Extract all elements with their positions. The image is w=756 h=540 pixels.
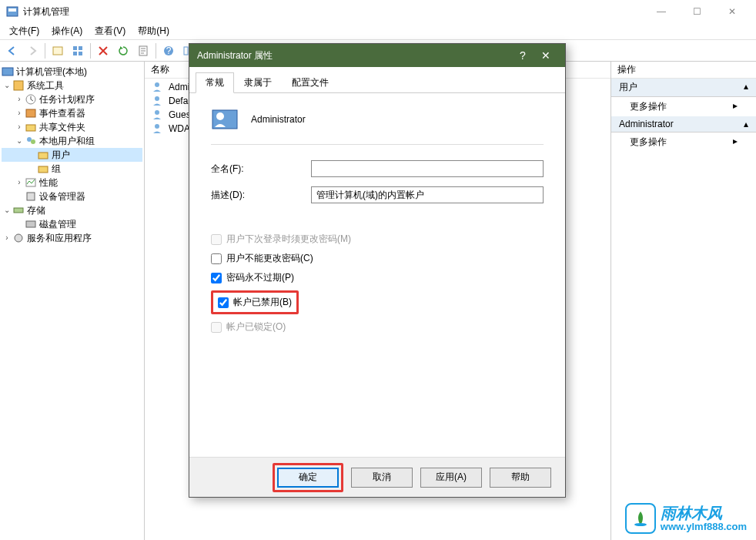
check-cannot-change[interactable]: 用户不能更改密码(C) bbox=[211, 252, 544, 265]
user-avatar-icon bbox=[211, 106, 239, 133]
watermark-text: 雨林木风 bbox=[661, 505, 747, 521]
svg-rect-23 bbox=[14, 208, 23, 213]
checkbox-must-change bbox=[211, 234, 222, 245]
tree-label: 共享文件夹 bbox=[39, 120, 85, 134]
chevron-right-icon: ▸ bbox=[733, 136, 738, 149]
refresh-icon[interactable] bbox=[114, 42, 132, 60]
maximize-button[interactable]: ☐ bbox=[679, 0, 714, 23]
svg-rect-10 bbox=[184, 47, 188, 55]
tree-services[interactable]: ›服务和应用程序 bbox=[2, 231, 142, 245]
cancel-button[interactable]: 取消 bbox=[351, 468, 413, 488]
menu-help[interactable]: 帮助(H) bbox=[132, 23, 176, 39]
dialog-close-button[interactable]: ✕ bbox=[534, 49, 557, 62]
action-pane: 操作 用户▴ 更多操作▸ Administrator▴ 更多操作▸ bbox=[611, 62, 756, 540]
tree-label: 事件查看器 bbox=[39, 106, 85, 120]
forward-button[interactable] bbox=[23, 42, 42, 60]
description-label: 描述(D): bbox=[211, 189, 311, 202]
tree-task-scheduler[interactable]: ›任务计划程序 bbox=[2, 92, 142, 106]
tree-root[interactable]: 计算机管理(本地) bbox=[2, 65, 142, 79]
svg-rect-5 bbox=[73, 52, 77, 55]
svg-rect-12 bbox=[2, 68, 13, 75]
tree-performance[interactable]: ›性能 bbox=[2, 176, 142, 190]
user-icon bbox=[151, 122, 163, 135]
folder-icon bbox=[37, 163, 49, 175]
svg-rect-4 bbox=[79, 46, 82, 50]
close-button[interactable]: ✕ bbox=[714, 0, 750, 23]
svg-point-28 bbox=[155, 110, 159, 115]
delete-icon[interactable] bbox=[94, 42, 112, 60]
expand-icon[interactable]: › bbox=[14, 92, 25, 106]
menu-view[interactable]: 查看(V) bbox=[89, 23, 132, 39]
action-header: 操作 bbox=[611, 62, 756, 79]
expand-icon[interactable]: › bbox=[14, 176, 25, 190]
user-icon bbox=[151, 109, 163, 121]
collapse-icon[interactable]: ⌄ bbox=[2, 79, 12, 92]
menu-action[interactable]: 操作(A) bbox=[45, 23, 89, 39]
svg-rect-24 bbox=[26, 221, 35, 227]
storage-icon bbox=[12, 204, 25, 216]
export-icon[interactable] bbox=[134, 42, 152, 60]
tree-pane: 计算机管理(本地) ⌄系统工具 ›任务计划程序 ›事件查看器 ›共享文件夹 ⌄本… bbox=[0, 62, 145, 540]
tree-users[interactable]: 用户 bbox=[2, 148, 142, 162]
tree-local-users[interactable]: ⌄本地用户和组 bbox=[2, 134, 142, 148]
tree-groups[interactable]: 组 bbox=[2, 162, 142, 176]
tree-event-viewer[interactable]: ›事件查看器 bbox=[2, 106, 142, 120]
expand-icon[interactable]: › bbox=[2, 231, 12, 245]
device-icon bbox=[25, 190, 37, 203]
tree-label: 磁盘管理 bbox=[39, 217, 76, 231]
event-icon bbox=[25, 107, 37, 119]
check-account-disabled[interactable]: 帐户已禁用(B) bbox=[218, 296, 292, 309]
back-button[interactable] bbox=[3, 42, 22, 60]
help-icon[interactable]: ? bbox=[159, 42, 178, 60]
expand-icon[interactable]: › bbox=[14, 120, 25, 134]
action-more-admin[interactable]: 更多操作▸ bbox=[611, 132, 756, 152]
svg-point-29 bbox=[155, 124, 159, 129]
dialog-tabs: 常规 隶属于 配置文件 bbox=[189, 67, 565, 93]
dialog-button-bar: 确定 取消 应用(A) 帮助 bbox=[189, 457, 565, 497]
tab-general[interactable]: 常规 bbox=[196, 72, 234, 93]
tree-shared-folders[interactable]: ›共享文件夹 bbox=[2, 120, 142, 134]
action-section-users[interactable]: 用户▴ bbox=[611, 79, 756, 97]
collapse-icon[interactable]: ⌄ bbox=[2, 203, 12, 217]
checkbox-cannot-change[interactable] bbox=[211, 253, 222, 264]
tab-memberof[interactable]: 隶属于 bbox=[234, 72, 282, 93]
svg-rect-2 bbox=[53, 47, 62, 55]
fullname-input[interactable] bbox=[311, 160, 544, 177]
tree-storage[interactable]: ⌄存储 bbox=[2, 203, 142, 217]
user-icon bbox=[151, 81, 163, 93]
tree-disk-mgmt[interactable]: 磁盘管理 bbox=[2, 217, 142, 231]
action-section-admin[interactable]: Administrator▴ bbox=[611, 116, 756, 132]
apply-button[interactable]: 应用(A) bbox=[420, 468, 482, 488]
expand-icon[interactable]: › bbox=[14, 106, 25, 120]
tree-system-tools[interactable]: ⌄系统工具 bbox=[2, 79, 142, 92]
svg-point-31 bbox=[216, 112, 224, 120]
help-button[interactable]: 帮助 bbox=[490, 468, 551, 488]
disk-icon bbox=[25, 218, 37, 230]
tree-device-manager[interactable]: 设备管理器 bbox=[2, 190, 142, 203]
dialog-body: Administrator 全名(F): 描述(D): 用户下次登录时须更改密码… bbox=[189, 93, 565, 457]
check-locked: 帐户已锁定(O) bbox=[211, 320, 544, 334]
chevron-right-icon: ▸ bbox=[733, 100, 738, 113]
description-input[interactable] bbox=[311, 186, 544, 203]
svg-rect-3 bbox=[73, 46, 77, 50]
dialog-titlebar[interactable]: Administrator 属性 ? ✕ bbox=[189, 44, 565, 67]
action-more-users[interactable]: 更多操作▸ bbox=[611, 97, 756, 116]
menu-file[interactable]: 文件(F) bbox=[3, 23, 45, 39]
clock-icon bbox=[25, 93, 37, 106]
grid-icon[interactable] bbox=[69, 42, 87, 60]
window-title: 计算机管理 bbox=[23, 5, 644, 18]
dialog-help-button[interactable]: ? bbox=[511, 49, 534, 62]
svg-rect-6 bbox=[79, 52, 82, 55]
minimize-button[interactable]: — bbox=[644, 0, 679, 23]
new-window-icon[interactable] bbox=[49, 42, 67, 60]
tab-profile[interactable]: 配置文件 bbox=[282, 72, 339, 93]
collapse-icon[interactable]: ⌄ bbox=[14, 134, 25, 148]
checkbox-account-disabled[interactable] bbox=[218, 297, 229, 308]
watermark-url: www.ylmf888.com bbox=[661, 521, 747, 532]
collapse-arrow-icon: ▴ bbox=[744, 81, 748, 94]
svg-point-26 bbox=[155, 82, 159, 87]
checkbox-never-expire[interactable] bbox=[211, 273, 222, 283]
check-never-expire[interactable]: 密码永不过期(P) bbox=[211, 271, 544, 284]
tree-label: 服务和应用程序 bbox=[27, 231, 92, 245]
ok-button[interactable]: 确定 bbox=[277, 468, 339, 488]
